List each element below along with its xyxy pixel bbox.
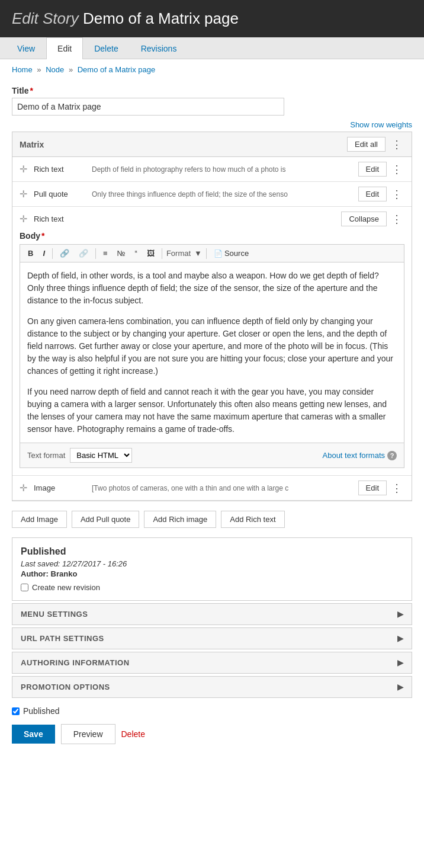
format-label: Format [166, 249, 191, 258]
body-label: Body* [20, 231, 404, 241]
expanded-top-bar: ✛ Rich text Collapse ⋮ [12, 207, 412, 231]
bold-button[interactable]: B [24, 247, 37, 260]
collapse-button[interactable]: Collapse [341, 212, 387, 226]
breadcrumb: Home » Node » Demo of a Matrix page [0, 59, 424, 80]
toolbar-sep-2 [95, 248, 96, 259]
edit-row-1-button[interactable]: Edit [358, 187, 387, 201]
expanded-body: Body* B I 🔗 🔗 ≡ № “ 🖼 Format ▼ [12, 231, 412, 475]
matrix-row-image: ✛ Image [Two photos of cameras, one with… [12, 476, 412, 501]
title-label: Title* [12, 86, 412, 95]
source-icon: 📄 [214, 249, 223, 258]
row-weights-row: Show row weights [12, 120, 412, 129]
editor-para-2: If you need narrow depth of field and ca… [27, 386, 397, 435]
toolbar-sep-4 [206, 248, 207, 259]
row-preview-0: Depth of field in photography refers to … [92, 165, 354, 174]
breadcrumb-node[interactable]: Node [46, 65, 64, 74]
accordion-promotion-header[interactable]: PROMOTION OPTIONS ▶ [12, 677, 412, 697]
drag-handle-1[interactable]: ✛ [20, 188, 29, 200]
accordion-chevron-1: ▶ [397, 634, 404, 643]
matrix-header-actions: Edit all ⋮ [347, 137, 404, 152]
toolbar-sep-3 [162, 248, 162, 259]
accordion-menu-settings[interactable]: MENU SETTINGS ▶ [12, 603, 412, 625]
row-preview-image: [Two photos of cameras, one with a thin … [92, 484, 354, 492]
delete-button[interactable]: Delete [121, 729, 145, 739]
format-arrow: ▼ [194, 249, 202, 258]
matrix-title: Matrix [20, 140, 44, 149]
title-input[interactable] [12, 98, 284, 116]
image-toolbar-button[interactable]: 🖼 [143, 247, 159, 260]
row-preview-1: Only three things influence depth of fie… [92, 190, 354, 198]
row-type-expanded: Rich text [34, 214, 87, 223]
title-field: Title* [12, 86, 412, 116]
row-type-image: Image [34, 483, 87, 492]
blockquote-button[interactable]: “ [131, 247, 142, 260]
matrix-kebab-button[interactable]: ⋮ [389, 138, 404, 151]
wysiwyg-editor[interactable]: Depth of field, in other words, is a too… [20, 262, 404, 443]
row-1-kebab-button[interactable]: ⋮ [389, 188, 404, 201]
main-content: Title* Show row weights Matrix Edit all … [0, 80, 424, 756]
create-revision-label: Create new revision [32, 583, 100, 592]
row-actions-image: Edit ⋮ [358, 481, 404, 495]
matrix-row-1: ✛ Pull quote Only three things influence… [12, 182, 412, 207]
published-box: Published Last saved: 12/27/2017 - 16:26… [12, 537, 412, 601]
source-button[interactable]: 📄 Source [210, 247, 253, 260]
tab-view[interactable]: View [6, 37, 46, 59]
unlink-button[interactable]: 🔗 [75, 247, 92, 260]
about-formats-link[interactable]: About text formats [323, 451, 386, 460]
ol-button[interactable]: № [113, 247, 130, 260]
text-format-label: Text format [27, 451, 65, 460]
matrix-header: Matrix Edit all ⋮ [12, 132, 412, 157]
matrix-row-0: ✛ Rich text Depth of field in photograph… [12, 157, 412, 182]
matrix-section: Matrix Edit all ⋮ ✛ Rich text Depth of f… [12, 132, 412, 501]
drag-handle-image[interactable]: ✛ [20, 482, 29, 494]
text-format-left: Text format Basic HTMLFull HTMLPlain tex… [27, 448, 132, 463]
published-saved: Last saved: 12/27/2017 - 16:26 [21, 559, 403, 568]
add-buttons-row: Add Image Add Pull quote Add Rich image … [12, 511, 412, 528]
create-revision-row: Create new revision [21, 583, 403, 592]
text-format-row: Text format Basic HTMLFull HTMLPlain tex… [20, 443, 404, 468]
help-icon[interactable]: ? [387, 451, 397, 460]
ul-button[interactable]: ≡ [99, 247, 112, 260]
show-row-weights-link[interactable]: Show row weights [350, 120, 412, 129]
add-rich-image-button[interactable]: Add Rich image [144, 511, 216, 528]
bottom-published-checkbox[interactable] [12, 707, 20, 715]
italic-button[interactable]: I [38, 247, 49, 260]
drag-handle-0[interactable]: ✛ [20, 164, 29, 175]
link-button[interactable]: 🔗 [56, 247, 73, 260]
edit-image-button[interactable]: Edit [358, 481, 387, 495]
expanded-kebab-button[interactable]: ⋮ [389, 213, 404, 226]
bottom-published-row: Published [12, 706, 412, 716]
bottom-published-label: Published [23, 706, 60, 716]
breadcrumb-home[interactable]: Home [12, 65, 33, 74]
tab-delete[interactable]: Delete [83, 37, 129, 59]
add-rich-text-button[interactable]: Add Rich text [221, 511, 284, 528]
accordion-url-path[interactable]: URL PATH SETTINGS ▶ [12, 627, 412, 649]
editor-para-1: On any given camera-lens combination, yo… [27, 315, 397, 377]
tab-nav: View Edit Delete Revisions [0, 37, 424, 59]
preview-button[interactable]: Preview [61, 724, 115, 744]
published-author: Author: Branko [21, 569, 403, 578]
accordion-authoring[interactable]: AUTHORING INFORMATION ▶ [12, 652, 412, 674]
create-revision-checkbox[interactable] [21, 584, 28, 591]
image-kebab-button[interactable]: ⋮ [389, 482, 404, 495]
wysiwyg-toolbar: B I 🔗 🔗 ≡ № “ 🖼 Format ▼ 📄 [20, 244, 404, 262]
add-pull-quote-button[interactable]: Add Pull quote [72, 511, 140, 528]
accordion-menu-settings-header[interactable]: MENU SETTINGS ▶ [12, 604, 412, 624]
accordion-promotion[interactable]: PROMOTION OPTIONS ▶ [12, 676, 412, 698]
accordion-authoring-header[interactable]: AUTHORING INFORMATION ▶ [12, 652, 412, 673]
text-format-select[interactable]: Basic HTMLFull HTMLPlain text [70, 448, 132, 463]
edit-row-0-button[interactable]: Edit [358, 162, 387, 177]
editor-para-0: Depth of field, in other words, is a too… [27, 270, 397, 307]
breadcrumb-current[interactable]: Demo of a Matrix page [78, 65, 156, 74]
row-actions-0: Edit ⋮ [358, 162, 404, 177]
edit-all-button[interactable]: Edit all [347, 137, 386, 152]
row-type-1: Pull quote [34, 190, 87, 198]
tab-edit[interactable]: Edit [46, 37, 83, 59]
tab-revisions[interactable]: Revisions [130, 37, 188, 59]
add-image-button[interactable]: Add Image [12, 511, 67, 528]
save-button[interactable]: Save [12, 725, 55, 744]
row-0-kebab-button[interactable]: ⋮ [389, 163, 404, 176]
accordion-chevron-2: ▶ [397, 658, 404, 667]
accordion-url-path-header[interactable]: URL PATH SETTINGS ▶ [12, 628, 412, 649]
drag-handle-expanded[interactable]: ✛ [20, 213, 29, 225]
